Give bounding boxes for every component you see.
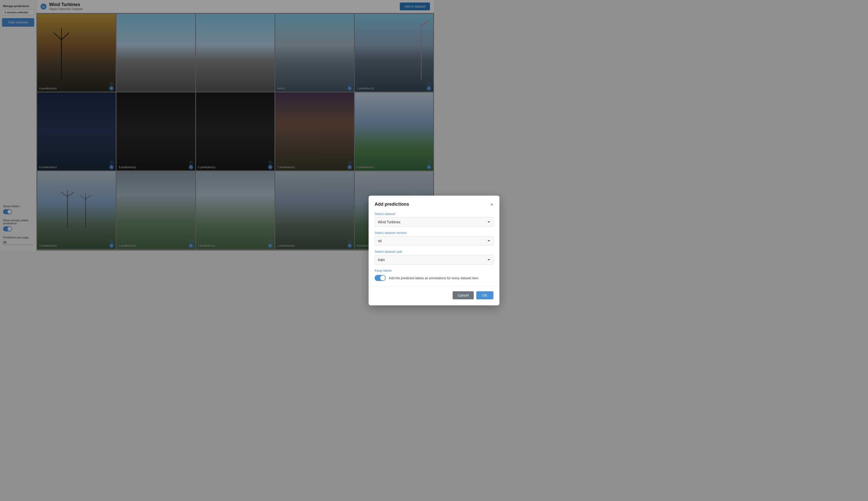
select-dataset-dropdown[interactable]: Wind Turbines	[375, 217, 434, 227]
select-version-dropdown[interactable]: v6	[375, 236, 434, 246]
select-version-field: Select dataset version v6	[375, 231, 434, 246]
select-dataset-field: Select dataset Wind Turbines	[375, 212, 434, 227]
select-dataset-label: Select dataset	[375, 212, 434, 216]
add-predictions-modal: Add predictions × Select dataset Wind Tu…	[369, 195, 434, 250]
modal-overlay: Add predictions × Select dataset Wind Tu…	[0, 0, 434, 250]
select-split-field: Select dataset split train	[375, 250, 434, 250]
modal-title: Add predictions	[375, 202, 409, 207]
select-split-label: Select dataset split	[375, 250, 434, 250]
select-version-label: Select dataset version	[375, 231, 434, 235]
modal-header: Add predictions ×	[375, 202, 434, 207]
